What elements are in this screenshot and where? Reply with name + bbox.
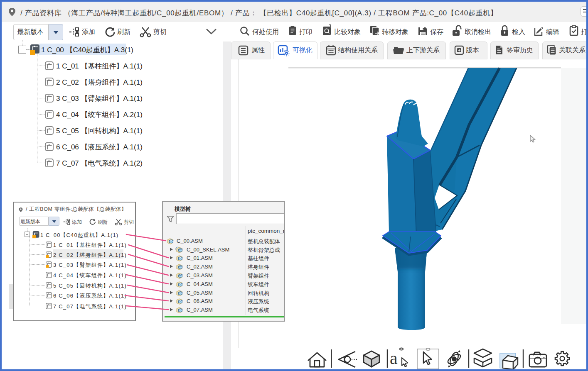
svg-text:a: a [390, 349, 398, 368]
